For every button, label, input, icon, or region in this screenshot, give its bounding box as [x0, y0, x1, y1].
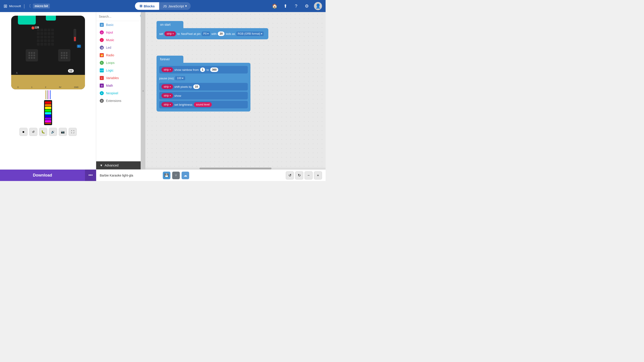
pin-dropdown[interactable]: P0 ▾ — [202, 31, 210, 36]
pin-3v: 3V — [59, 86, 61, 88]
strip-pill-2[interactable]: strip ▾ — [162, 67, 173, 72]
on-start-group[interactable]: on start set strip ▾ to NeoPixel at pin … — [156, 21, 268, 39]
sidebar-item-music[interactable]: ♪ Music — [96, 36, 141, 44]
settings-icon[interactable]: ⚙ — [303, 2, 310, 9]
strip-pill-4[interactable]: strip ▾ — [162, 93, 173, 98]
sidebar-item-radio[interactable]: 📶 Radio — [96, 51, 141, 59]
microsoft-logo[interactable]: ⊞ Microsoft | 〔 micro:bit — [4, 3, 50, 9]
format-dropdown[interactable]: RGB (GRB format) ▾ — [236, 31, 264, 36]
a-label: A — [16, 71, 18, 74]
radio-label: Radio — [106, 53, 114, 57]
shift-value[interactable]: 10 — [193, 84, 200, 89]
from-value[interactable]: 1 — [200, 67, 205, 72]
speaker-dots-r — [61, 52, 68, 59]
rainbow-row: strip ▾ show rainbow from 1 to 360 — [159, 66, 248, 73]
cloud-button[interactable]: ☁ — [182, 172, 189, 179]
ms-label: Microsoft — [9, 4, 21, 8]
tab-blocks[interactable]: ⊞ Blocks — [135, 2, 159, 10]
speaker-dots — [28, 52, 35, 59]
strip-pill-3[interactable]: strip ▾ — [162, 84, 173, 89]
undo-button[interactable]: ↺ — [286, 171, 294, 179]
neopixel-label: Neopixel — [106, 91, 118, 95]
debug-button[interactable]: 🐛 — [39, 128, 47, 136]
led-icon: ◑ — [100, 45, 104, 50]
github-button[interactable]: ⑂ — [172, 172, 180, 179]
sidebar-item-neopixel[interactable]: ✦ Neopixel — [96, 89, 141, 97]
strip-pill-1[interactable]: strip ▾ — [164, 31, 176, 36]
header-center: ⊞ Blocks JS JavaScript ▾ — [135, 2, 191, 10]
tab-javascript[interactable]: JS JavaScript ▾ — [159, 2, 191, 10]
simulator-controls: ■ ↺ 🐛 🔊 📷 ⛶ — [20, 128, 77, 136]
screenshot-button[interactable]: 📷 — [59, 128, 67, 136]
logic-label: Logic — [106, 69, 113, 72]
right-speaker — [58, 49, 70, 61]
share-icon[interactable]: ⬆ — [282, 2, 289, 9]
minus-icon: − — [308, 173, 310, 177]
zoom-in-button[interactable]: + — [314, 171, 322, 179]
workspace[interactable]: on start set strip ▾ to NeoPixel at pin … — [145, 12, 326, 169]
strip-pill-5[interactable]: strip ▾ — [162, 102, 173, 107]
download-button[interactable]: Download — [0, 170, 85, 181]
advanced-toggle[interactable]: ▼ Advanced — [96, 161, 141, 169]
scrollbar-horizontal[interactable] — [145, 168, 326, 169]
tab-container: ⊞ Blocks JS JavaScript ▾ — [135, 2, 191, 10]
top-notch-2 — [46, 16, 56, 20]
fullscreen-button[interactable]: ⛶ — [69, 128, 77, 136]
sidebar-item-variables[interactable]: ≡ Variables — [96, 74, 141, 82]
header-left: ⊞ Microsoft | 〔 micro:bit — [4, 3, 50, 9]
sound-button[interactable]: 🔊 — [49, 128, 57, 136]
leds-value[interactable]: 20 — [218, 31, 224, 36]
restart-button[interactable]: ↺ — [29, 128, 37, 136]
strip-label-3: strip — [164, 85, 169, 88]
zoom-out-button[interactable]: − — [304, 171, 312, 179]
strip-dropdown-arrow-5: ▾ — [170, 103, 171, 106]
strip-dropdown-arrow-2: ▾ — [170, 69, 171, 71]
neo-cell-8 — [45, 120, 51, 122]
tab-blocks-label: Blocks — [144, 4, 155, 8]
sidebar-item-extensions[interactable]: ⊕ Extensions — [96, 97, 141, 105]
microbit-label: micro:bit — [33, 3, 50, 8]
extensions-icon: ⊕ — [100, 99, 104, 103]
sidebar-item-logic[interactable]: ⟷ Logic — [96, 67, 141, 74]
sidebar-item-loops[interactable]: ↻ Loops — [96, 59, 141, 67]
loops-label: Loops — [106, 61, 114, 64]
more-options-button[interactable]: ••• — [85, 170, 96, 181]
bottom-right-controls: ↺ ↻ − + — [282, 171, 326, 179]
pause-dropdown[interactable]: 100 ▾ — [175, 76, 185, 80]
led-cell — [37, 28, 40, 31]
save-icon: 💾 — [164, 173, 169, 177]
header: ⊞ Microsoft | 〔 micro:bit ⊞ Blocks JS Ja… — [0, 0, 326, 12]
forever-body: strip ▾ show rainbow from 1 to 360 pause… — [156, 63, 250, 111]
sidebar-item-math[interactable]: ⊞ Math — [96, 82, 141, 89]
search-input[interactable] — [99, 15, 138, 18]
math-icon: ⊞ — [100, 84, 104, 88]
sidebar-item-led[interactable]: ◑ Led — [96, 44, 141, 51]
home-icon[interactable]: 🏠 — [271, 2, 278, 9]
sidebar-collapse-button[interactable]: ‹ — [141, 12, 145, 169]
redo-button[interactable]: ↻ — [295, 171, 303, 179]
led-label: Led — [106, 46, 111, 49]
to-value[interactable]: 360 — [210, 67, 218, 72]
avatar[interactable]: 👤 — [314, 2, 322, 10]
help-icon[interactable]: ? — [292, 2, 300, 9]
plus-icon: + — [317, 173, 319, 177]
sidebar-item-input[interactable]: ◎ Input — [96, 28, 141, 36]
pin-value: P0 — [203, 32, 206, 35]
header-right: 🏠 ⬆ ? ⚙ 👤 — [271, 2, 322, 10]
neopixel-strip — [44, 100, 52, 125]
stop-button[interactable]: ■ — [20, 128, 28, 136]
bottom-bar: Download ••• 💾 ⑂ ☁ ↺ ↻ − + — [0, 169, 326, 181]
download-label: Download — [33, 173, 52, 178]
sidebar-item-basic[interactable]: ⊞ Basic — [96, 21, 141, 28]
music-label: Music — [106, 38, 114, 42]
scrollbar-thumb[interactable] — [200, 168, 272, 169]
wire-gray — [47, 90, 48, 99]
save-button[interactable]: 💾 — [163, 172, 170, 179]
brightness-row: strip ▾ set brightness sound level — [159, 101, 248, 108]
neo-cell-7 — [45, 117, 51, 120]
project-name-input[interactable] — [100, 174, 161, 177]
microbit-device: 🔴 128 B — [11, 16, 85, 89]
sound-level-block[interactable]: sound level — [194, 102, 212, 107]
forever-group[interactable]: forever strip ▾ show rainbow from 1 to 3… — [156, 56, 250, 111]
music-icon: ♪ — [100, 38, 104, 42]
